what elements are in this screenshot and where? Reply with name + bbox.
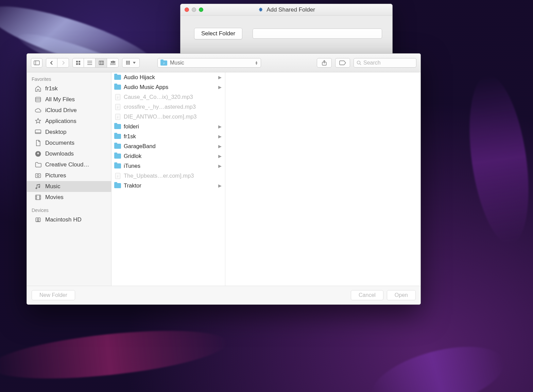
folder-row[interactable]: GarageBand▶ [111,141,225,151]
open-panel: ♪ Music ▲▼ Search Favorites fr1skAll My … [27,53,421,305]
folder-row[interactable]: iTunes▶ [111,161,225,171]
folder-row[interactable]: folderi▶ [111,122,225,131]
svg-rect-29 [36,97,41,102]
sidebar-item-applications[interactable]: Applications [27,116,111,127]
arrange-menu-button[interactable] [122,58,140,68]
sidebar-item-fr1sk[interactable]: fr1sk [27,83,111,94]
sidebar-item-pictures[interactable]: Pictures [27,170,111,181]
sidebar-item-desktop[interactable]: Desktop [27,127,111,138]
folder-icon [114,153,121,159]
forward-button[interactable] [57,58,69,68]
item-name: GarageBand [124,143,156,149]
open-button[interactable]: Open [387,290,416,300]
item-name: The_Upbeats…er.com].mp3 [124,173,194,179]
sidebar-item-all-my-files[interactable]: All My Files [27,94,111,105]
home-icon [34,85,42,92]
file-column: Audio Hijack▶Audio Music Apps▶Cause_4_Co… [111,72,225,286]
sidebar-favorites-header: Favorites [27,74,111,83]
chevron-right-icon: ▶ [218,183,222,188]
search-icon [357,60,361,65]
sidebar-item-creative-cloud-[interactable]: Creative Cloud… [27,159,111,170]
sidebar-item-label: Music [45,183,60,190]
toggle-sidebar-button[interactable] [31,58,42,68]
desktop-icon [34,128,42,136]
window-zoom-button[interactable] [199,7,203,12]
view-list-button[interactable] [84,58,96,68]
item-name: Audio Hijack [124,74,155,81]
tags-button[interactable] [335,58,350,68]
svg-rect-37 [36,195,41,199]
sidebar-item-label: Documents [45,140,74,146]
chevron-right-icon: ▶ [218,75,222,80]
item-name: Traktor [124,182,141,189]
item-name: iTunes [124,163,140,169]
svg-rect-18 [127,61,128,62]
svg-rect-24 [127,64,128,65]
svg-rect-4 [76,63,78,65]
audio-file-icon [114,173,121,179]
view-coverflow-button[interactable] [107,58,119,68]
folder-row[interactable]: Gridlok▶ [111,151,225,161]
view-mode-group [72,58,119,68]
chevron-right-icon: ▶ [218,163,222,168]
location-popup[interactable]: ♪ Music ▲▼ [157,58,261,68]
svg-rect-35 [36,174,41,178]
sidebar-item-label: Macintosh HD [45,216,82,223]
svg-rect-15 [112,61,114,63]
svg-rect-23 [126,64,127,65]
select-folder-button[interactable]: Select Folder [194,28,242,39]
sidebar-item-downloads[interactable]: Downloads [27,148,111,159]
file-row[interactable]: DIE_ANTWO…ber.com].mp3 [111,112,225,122]
hdd-icon [34,216,42,224]
chevron-right-icon: ▶ [218,85,222,90]
svg-point-27 [357,61,360,64]
audio-file-icon [114,104,121,110]
item-name: folderi [124,123,139,130]
share-button[interactable] [317,58,332,68]
sidebar-item-documents[interactable]: Documents [27,138,111,148]
movies-icon [34,194,42,201]
sidebar-item-label: Creative Cloud… [45,161,89,168]
svg-rect-13 [110,65,116,65]
sidebar-item-macintosh-hd[interactable]: Macintosh HD [27,214,111,225]
svg-rect-25 [129,64,130,65]
item-name: fr1sk [124,133,136,140]
svg-rect-3 [79,61,80,63]
view-column-button[interactable] [96,58,107,68]
sidebar-item-movies[interactable]: Movies [27,192,111,203]
window-close-button[interactable] [185,7,189,12]
back-button[interactable] [46,58,57,68]
preview-pane [225,72,420,286]
footer: New Folder Cancel Open [27,286,420,304]
file-row[interactable]: crossfire_-_hy…astered.mp3 [111,102,225,112]
audio-file-icon [114,114,121,120]
selected-path-field[interactable] [253,29,382,39]
search-placeholder: Search [363,60,381,66]
svg-rect-19 [129,61,130,62]
svg-rect-20 [126,62,127,63]
folder-row[interactable]: Traktor▶ [111,181,225,191]
svg-point-45 [37,219,39,220]
titlebar: Add Shared Folder [180,4,392,16]
svg-rect-16 [114,61,115,63]
folder-row[interactable]: Audio Music Apps▶ [111,82,225,92]
view-icon-button[interactable] [72,58,84,68]
cancel-button[interactable]: Cancel [351,290,383,300]
folder-icon [114,183,121,189]
new-folder-button[interactable]: New Folder [32,290,75,300]
chevron-right-icon: ▶ [218,154,222,159]
folder-icon [114,124,121,130]
folder-row[interactable]: fr1sk▶ [111,131,225,141]
svg-rect-21 [127,62,128,63]
folder-row[interactable]: Audio Hijack▶ [111,72,225,82]
svg-rect-2 [76,61,78,63]
file-row[interactable]: Cause_4_Co…ix)_320.mp3 [111,92,225,102]
file-row[interactable]: The_Upbeats…er.com].mp3 [111,171,225,181]
sidebar-item-music[interactable]: Music [27,181,111,192]
downloads-icon [34,150,42,158]
sidebar-item-icloud-drive[interactable]: iCloud Drive [27,105,111,116]
sidebar-item-label: Applications [45,118,76,125]
sidebar-item-label: Movies [45,194,64,201]
svg-rect-0 [34,61,39,65]
search-field[interactable]: Search [354,58,416,68]
